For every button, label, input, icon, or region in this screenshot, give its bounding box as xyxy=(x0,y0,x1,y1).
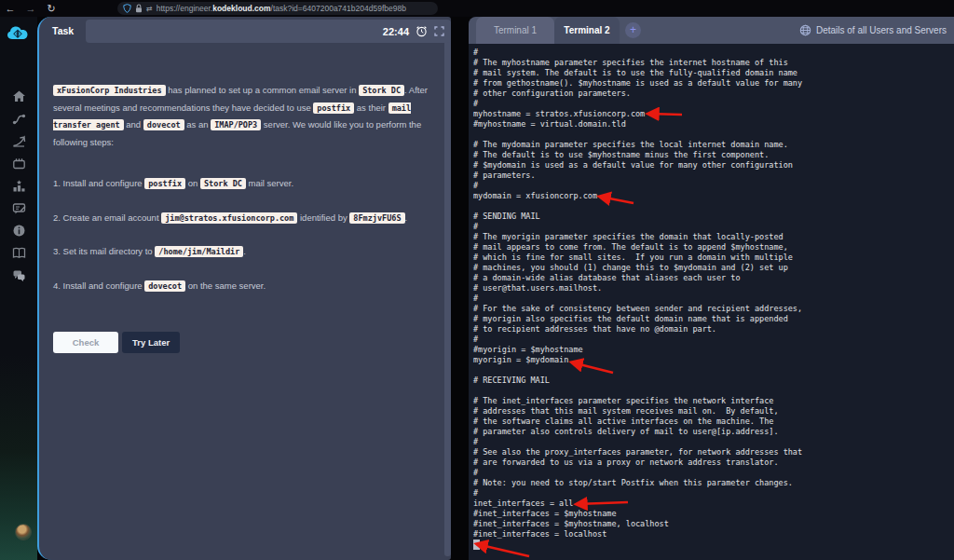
task-body: xFusionCorp Industries has planned to se… xyxy=(53,82,433,353)
permissions-icon[interactable]: ⇄ xyxy=(146,5,153,13)
terminal-panel: Terminal 1 Terminal 2 + Details of all U… xyxy=(469,17,954,560)
library-icon[interactable] xyxy=(12,246,26,260)
home-icon[interactable] xyxy=(12,89,26,103)
inline-code: dovecot xyxy=(144,280,185,292)
chat-icon[interactable] xyxy=(12,268,26,282)
terminal-tab-bar: Terminal 1 Terminal 2 + Details of all U… xyxy=(469,17,954,44)
details-link[interactable]: Details of all Users and Servers xyxy=(799,17,947,44)
inline-code: xFusionCorp Industries xyxy=(53,85,166,96)
try-later-button[interactable]: Try Later xyxy=(122,332,180,353)
labs-icon[interactable] xyxy=(12,157,26,171)
forward-icon[interactable]: → xyxy=(20,3,41,14)
task-scrollbar[interactable] xyxy=(444,20,451,556)
info-icon[interactable] xyxy=(12,224,26,238)
browser-toolbar: ← → ↻ ⇄ https://engineer.kodekloud.com/t… xyxy=(0,0,954,17)
task-panel: Task 22:44 xFusionCorp Industries has pl… xyxy=(37,17,451,560)
inline-code: 8FmzjvFU6S xyxy=(349,212,404,224)
reload-icon[interactable]: ↻ xyxy=(41,3,61,15)
alarm-clock-icon xyxy=(416,25,428,37)
task-header-bar: 22:44 xyxy=(86,20,451,43)
globe-icon xyxy=(799,24,811,36)
terminal-output[interactable]: # # The myhostname parameter specifies t… xyxy=(473,48,802,540)
career-icon[interactable] xyxy=(12,134,26,148)
details-link-label: Details of all Users and Servers xyxy=(816,25,947,35)
app-sidebar xyxy=(0,17,37,560)
check-button[interactable]: Check xyxy=(53,332,118,353)
fullscreen-icon[interactable] xyxy=(434,26,444,36)
inline-code: Stork DC xyxy=(200,178,246,189)
add-terminal-button[interactable]: + xyxy=(625,22,641,38)
terminal-cursor xyxy=(473,540,480,550)
feedback-icon[interactable] xyxy=(12,201,26,215)
lock-icon[interactable] xyxy=(135,4,143,13)
address-bar[interactable]: ⇄ https://engineer.kodekloud.com/task?id… xyxy=(117,2,438,15)
tab-terminal-1[interactable]: Terminal 1 xyxy=(476,17,554,44)
url-text[interactable]: https://engineer.kodekloud.com/task?id=6… xyxy=(157,4,406,13)
task-step-2: 2. Create an email account jim@stratos.x… xyxy=(53,210,433,227)
user-avatar[interactable] xyxy=(15,524,32,540)
inline-code: dovecot xyxy=(143,119,184,130)
inline-code: postfix xyxy=(313,102,354,114)
task-step-3: 3. Set its mail directory to /home/jim/M… xyxy=(53,243,433,261)
inline-code: Stork DC xyxy=(359,85,404,96)
shield-icon[interactable] xyxy=(123,4,131,13)
inline-code: IMAP/POP3 xyxy=(211,119,261,130)
task-panel-title: Task xyxy=(52,25,74,36)
inline-code: postfix xyxy=(144,178,185,189)
task-intro: xFusionCorp Industries has planned to se… xyxy=(53,82,433,151)
task-step-4: 4. Install and configure dovecot on the … xyxy=(53,278,433,295)
inline-code: jim@stratos.xfusioncorp.com xyxy=(161,212,297,224)
kodekloud-logo-icon[interactable] xyxy=(7,24,31,43)
inline-code: /home/jim/Maildir xyxy=(155,246,243,257)
task-timer: 22:44 xyxy=(383,26,409,37)
learning-path-icon[interactable] xyxy=(12,112,26,126)
back-icon[interactable]: ← xyxy=(0,3,20,14)
rank-icon[interactable] xyxy=(12,179,26,193)
tab-terminal-2[interactable]: Terminal 2 xyxy=(554,17,620,44)
task-step-1: 1. Install and configure postfix on Stor… xyxy=(53,175,433,193)
